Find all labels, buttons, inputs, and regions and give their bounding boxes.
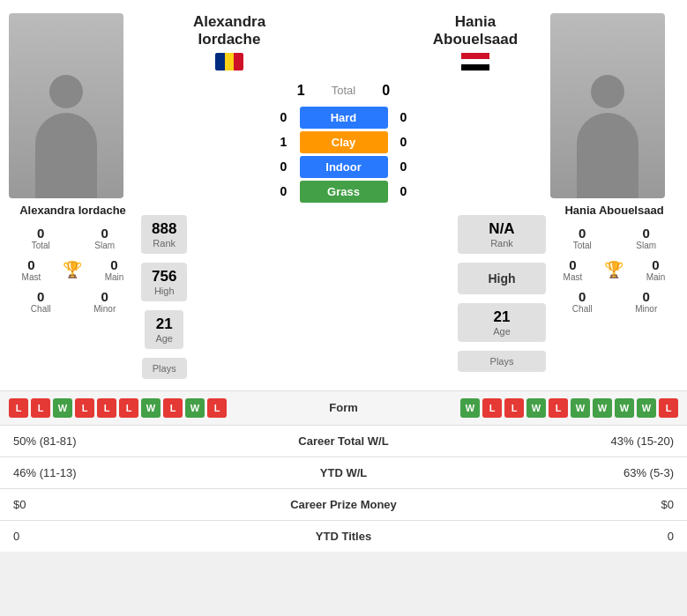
form-badge-l: L — [31, 398, 50, 418]
stat-p2: 0 — [489, 520, 687, 552]
player2-mast-label: Mast — [564, 272, 583, 282]
form-badge-w: W — [593, 398, 612, 418]
form-badge-l: L — [207, 398, 227, 418]
p2-rank-label: Rank — [468, 238, 535, 249]
p1-clay-score: 1 — [275, 135, 293, 149]
player1-form-badges: LLWLLLWLWL — [9, 398, 227, 418]
svg-rect-2 — [461, 64, 489, 71]
player1-minor-label: Minor — [75, 304, 136, 314]
p1-rank-box: 888 Rank — [141, 215, 187, 254]
player1-total: 0 — [11, 226, 71, 241]
stat-p1: $0 — [0, 488, 198, 520]
form-badge-l: L — [97, 398, 116, 418]
p2-high-value: High — [468, 271, 535, 286]
player1-mast-label: Mast — [22, 272, 41, 282]
stat-label: Career Prize Money — [198, 488, 490, 520]
p2-plays-label: Plays — [468, 356, 535, 367]
player2-flag — [387, 53, 564, 74]
p1-header-name-line2: Iordache — [141, 31, 317, 48]
player1-name: Alexandra Iordache — [9, 204, 137, 217]
player1-chall-label: Chall — [11, 304, 71, 314]
p2-grass-score: 0 — [395, 184, 413, 198]
p1-high-box: 756 High — [141, 263, 187, 301]
stat-p2: $0 — [489, 488, 687, 520]
player2-mast: 0 — [564, 257, 583, 272]
stat-p2: 63% (5-3) — [489, 456, 687, 488]
player1-flag — [141, 53, 317, 74]
player1-trophy-icon: 🏆 — [63, 260, 82, 279]
p2-age-box: 21 Age — [458, 303, 546, 342]
player1-panel: Alexandra Iordache 0 Total 0 Slam 0 Mast — [9, 13, 137, 382]
p2-rank-value: N/A — [468, 220, 535, 238]
player2-slam-label: Slam — [616, 241, 677, 250]
form-label: Form — [309, 401, 379, 414]
form-badge-l: L — [163, 398, 183, 418]
stat-p1: 0 — [0, 520, 198, 552]
stat-label: YTD W/L — [198, 456, 490, 488]
player2-main-label: Main — [646, 272, 666, 282]
player2-total-label: Total — [552, 241, 613, 250]
stats-row: 50% (81-81) Career Total W/L 43% (15-20) — [0, 425, 687, 456]
stats-row: 0 YTD Titles 0 — [0, 520, 687, 552]
player2-chall: 0 — [552, 289, 613, 304]
form-badge-l: L — [504, 398, 524, 418]
player1-slam: 0 — [75, 226, 136, 241]
p1-header-name-line1: Alexandra — [141, 13, 317, 31]
p2-age-label: Age — [468, 326, 535, 337]
player2-name: Hania Abouelsaad — [550, 204, 678, 217]
p1-high-value: 756 — [152, 268, 176, 286]
player1-main-label: Main — [105, 272, 124, 282]
stat-label: YTD Titles — [198, 520, 490, 552]
stats-row: $0 Career Prize Money $0 — [0, 488, 687, 520]
player2-minor-label: Minor — [616, 304, 677, 314]
player2-main: 0 — [646, 257, 666, 272]
form-badge-w: W — [460, 398, 480, 418]
svg-rect-0 — [461, 53, 489, 59]
p2-total-score: 0 — [382, 83, 390, 99]
p1-plays-label: Plays — [153, 363, 176, 374]
player1-photo — [9, 13, 123, 198]
indoor-badge: Indoor — [300, 156, 388, 178]
clay-badge: Clay — [300, 131, 388, 153]
p2-header-name-line2: Abouelsaad — [387, 31, 564, 48]
form-badge-l: L — [75, 398, 94, 418]
player2-form-badges: WLLWLWWWWL — [460, 398, 678, 418]
p2-high-box: High — [458, 263, 546, 294]
svg-rect-1 — [461, 59, 489, 64]
p2-rank-box: N/A Rank — [458, 215, 546, 254]
p1-age-label: Age — [155, 333, 173, 344]
player2-slam: 0 — [616, 226, 677, 241]
player1-chall: 0 — [11, 289, 71, 304]
player1-mast: 0 — [22, 257, 41, 272]
form-badge-l: L — [659, 398, 678, 418]
form-badge-l: L — [119, 398, 138, 418]
p1-rank-label: Rank — [152, 238, 176, 249]
p1-high-label: High — [152, 286, 176, 296]
p1-grass-score: 0 — [275, 184, 293, 198]
form-badge-w: W — [637, 398, 656, 418]
p2-header-name-line1: Hania — [387, 13, 564, 31]
p1-hard-score: 0 — [275, 110, 293, 124]
player2-chall-label: Chall — [552, 304, 613, 314]
player1-slam-label: Slam — [75, 241, 136, 250]
form-badge-w: W — [526, 398, 546, 418]
stats-table: 50% (81-81) Career Total W/L 43% (15-20)… — [0, 425, 687, 552]
form-badge-l: L — [482, 398, 502, 418]
p2-age-value: 21 — [468, 308, 535, 326]
player2-trophy-icon: 🏆 — [604, 260, 624, 279]
player1-main: 0 — [105, 257, 124, 272]
p2-indoor-score: 0 — [395, 160, 413, 174]
form-badge-w: W — [185, 398, 205, 418]
form-badge-l: L — [549, 398, 568, 418]
player1-minor: 0 — [75, 289, 136, 304]
player1-total-label: Total — [11, 241, 71, 250]
form-badge-l: L — [9, 398, 28, 418]
p1-rank-value: 888 — [152, 220, 176, 238]
stats-row: 46% (11-13) YTD W/L 63% (5-3) — [0, 456, 687, 488]
stat-p2: 43% (15-20) — [489, 425, 687, 456]
form-badge-w: W — [141, 398, 161, 418]
player2-total: 0 — [552, 226, 613, 241]
p1-age-value: 21 — [155, 315, 173, 333]
total-label: Total — [332, 84, 355, 97]
p1-age-box: 21 Age — [145, 310, 183, 349]
